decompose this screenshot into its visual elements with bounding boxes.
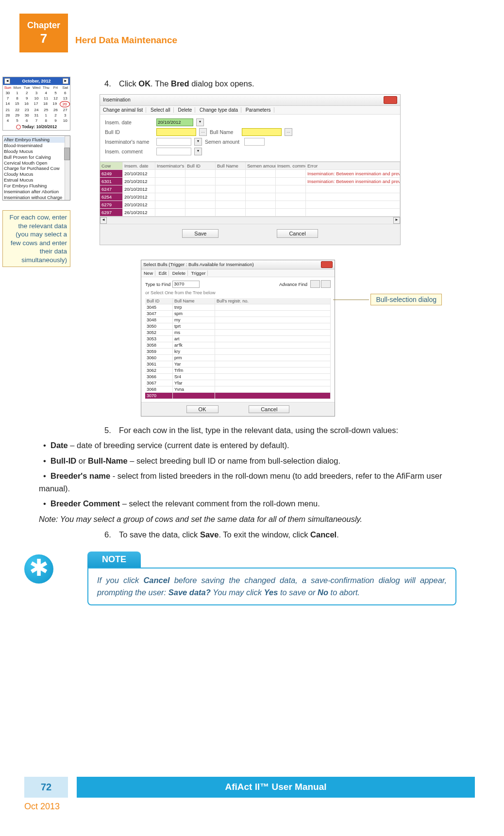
list-item[interactable]: Estrual Mucus (4, 177, 69, 183)
tb-change-type[interactable]: Change type data (200, 107, 241, 113)
dialog-toolbar: Change animal list Select all Delete Cha… (100, 106, 400, 115)
type-find-input[interactable]: 3070 (172, 281, 200, 288)
step-5: 5. For each cow in the list, type in the… (104, 424, 475, 437)
date-dropdown-icon[interactable]: ▾ (196, 118, 204, 126)
save-button[interactable]: Save (182, 229, 218, 238)
note-icon: ✱ (24, 554, 53, 584)
scroll-left-icon[interactable]: ◄ (100, 217, 107, 224)
table-row[interactable]: 3045tnrp (145, 304, 331, 311)
table-row[interactable]: 629726/10/2012 (100, 209, 400, 217)
lbl-semen-amount: Semen amount (205, 139, 241, 145)
scroll-thumb[interactable] (64, 148, 70, 160)
bull-name-field[interactable] (242, 128, 282, 136)
list-item[interactable]: Bull Proven for Calving (4, 154, 69, 160)
step-6: 6. To save the data, click Save. To exit… (104, 529, 475, 541)
dialog-title: Insemination (103, 97, 131, 102)
table-row[interactable]: 3053art (145, 336, 331, 342)
table-row[interactable]: 3068Yvna (145, 386, 331, 393)
ok-button[interactable]: OK (186, 405, 218, 413)
calendar-widget[interactable]: ◄ October, 2012 ► SunMonTueWedThuFriSat … (2, 77, 70, 131)
tb-delete[interactable]: Delete (172, 270, 188, 276)
callout-enter-data: For each cow, enter the relevant data (y… (2, 210, 70, 267)
list-item[interactable]: Charge for Purchased Cow (4, 166, 69, 171)
comment-listbox[interactable]: After Embryo FlushingBlood-InseminatedBl… (2, 135, 70, 201)
note-body: If you click Cancel before saving the ch… (87, 568, 456, 605)
list-item[interactable]: Cervical Mouth Open (4, 160, 69, 166)
tb-new[interactable]: New (144, 270, 155, 276)
cancel-button[interactable]: Cancel (249, 405, 289, 413)
table-row[interactable]: 3058ar'fk (145, 342, 331, 349)
semen-amount-field[interactable] (244, 138, 265, 146)
list-item[interactable]: Blood-Inseminated (4, 143, 69, 149)
manual-title: AfiAct II™ User Manual (77, 777, 475, 798)
table-row[interactable]: 3048rny (145, 317, 331, 323)
bull-selection-dialog: Select Bulls (Trigger : Bulls Available … (141, 260, 335, 417)
table-row[interactable]: 3060prm (145, 355, 331, 361)
close-icon[interactable] (321, 261, 333, 268)
inseminator-dropdown-icon[interactable]: ▾ (194, 138, 202, 146)
lbl-bull-id: Bull ID (105, 129, 153, 135)
scroll-right-icon[interactable]: ► (393, 217, 400, 224)
table-row[interactable]: 627920/10/2012 (100, 201, 400, 209)
note-tab: NOTE (87, 552, 141, 568)
side-illustration: ◄ October, 2012 ► SunMonTueWedThuFriSat … (2, 77, 70, 267)
note-block: NOTE If you click Cancel before saving t… (87, 552, 456, 605)
section-title: Herd Data Maintenance (75, 35, 177, 46)
advance-find-label: Advance Find (279, 282, 307, 287)
list-item[interactable]: Insemination after Abortion (4, 189, 69, 195)
list-item[interactable]: Insemination without Charge (4, 195, 69, 201)
bull-id-field[interactable] (156, 128, 196, 136)
tb-change-list[interactable]: Change animal list (103, 107, 146, 113)
cal-next-icon[interactable]: ► (63, 78, 68, 84)
insem-date-field[interactable]: 20/10/2012 (156, 118, 193, 126)
chapter-badge: Chapter 7 (19, 14, 68, 52)
insemination-dialog: Insemination Change animal list Select a… (100, 94, 401, 245)
table-row[interactable]: 625420/10/2012 (100, 193, 400, 201)
table-row[interactable]: 3066Sr4 (145, 374, 331, 380)
table-row[interactable]: 624920/10/2012Insemination: Between inse… (100, 170, 400, 178)
cancel-button[interactable]: Cancel (277, 229, 318, 238)
table-row[interactable]: 3059kry (145, 349, 331, 355)
cal-prev-icon[interactable]: ◄ (4, 78, 10, 84)
callout-line (333, 300, 369, 301)
lbl-insem-date: Insem. date (105, 119, 153, 125)
list-item[interactable]: For Embryo Flushing (4, 183, 69, 189)
callout-bull-selection: Bull-selection dialog (370, 294, 442, 305)
bull-id-picker-icon[interactable]: … (199, 128, 207, 136)
chapter-word: Chapter (19, 20, 68, 31)
cal-month: October, 2012 (22, 79, 50, 84)
lbl-insem-comment: Insem. comment (105, 149, 153, 154)
list-item[interactable]: After Embryo Flushing (4, 137, 69, 143)
close-icon[interactable] (384, 96, 397, 104)
tb-parameters[interactable]: Parameters (246, 107, 274, 113)
list-item[interactable]: Bloody Mucus (4, 149, 69, 154)
table-row[interactable]: 3061Yar (145, 361, 331, 368)
table-row[interactable]: 3047spm (145, 311, 331, 317)
table-row[interactable]: 624720/10/2012 (100, 185, 400, 193)
cal-today: Today: 10/20/2012 (22, 124, 57, 129)
step-4: 4. Click OK. The Bred dialog box opens. (104, 78, 475, 90)
selected-row[interactable]: 3070 (145, 393, 331, 399)
table-row[interactable]: 630120/10/2012Insemination: Between inse… (100, 178, 400, 185)
list-item[interactable]: Cloudy Mucus (4, 171, 69, 177)
table-row[interactable]: 3050tprt (145, 323, 331, 330)
tb-delete[interactable]: Delete (178, 107, 195, 113)
group-note: Note: You may select a group of cows and… (39, 513, 475, 526)
scrollbar[interactable] (65, 136, 70, 200)
comment-dropdown-icon[interactable]: ▾ (194, 148, 202, 155)
bullet-list: Date – date of breeding service (current… (39, 439, 475, 525)
table-row[interactable]: 3067Yfar (145, 380, 331, 386)
insem-comment-field[interactable] (156, 148, 191, 155)
find-opt-1[interactable] (310, 280, 320, 288)
page-number: 72 (24, 777, 68, 798)
lbl-bull-name: Bull Name (210, 129, 239, 135)
bull-name-picker-icon[interactable]: … (285, 128, 292, 136)
find-opt-2[interactable] (321, 280, 331, 288)
table-row[interactable]: 3062Trfm (145, 368, 331, 374)
table-row[interactable]: 3052ms (145, 330, 331, 336)
type-find-label: Type to Find (145, 282, 170, 287)
tb-edit[interactable]: Edit (159, 270, 169, 276)
inseminator-field[interactable] (156, 138, 191, 146)
tb-select-all[interactable]: Select all (151, 107, 174, 113)
tb-trigger[interactable]: Trigger (191, 270, 208, 276)
